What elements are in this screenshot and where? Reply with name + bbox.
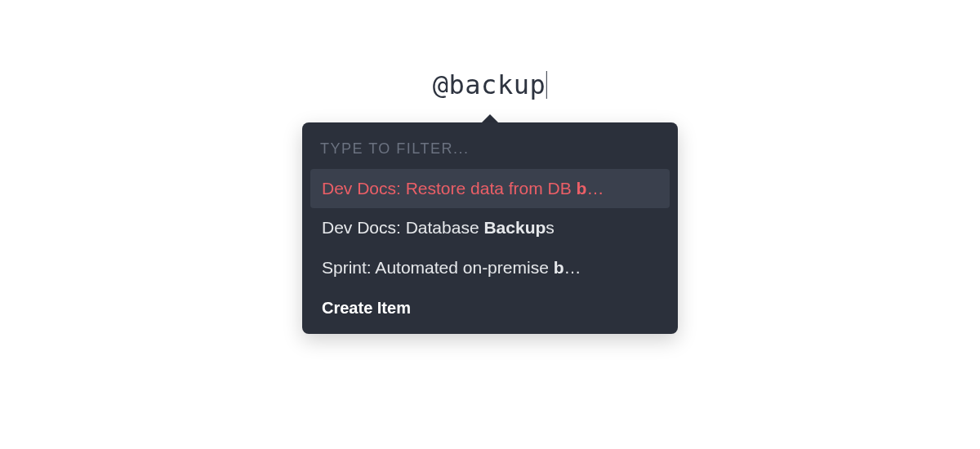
create-item-button[interactable]: Create Item [310, 287, 670, 322]
suggestion-item[interactable]: Dev Docs: Database Backups [310, 208, 670, 247]
mention-prefix: @ [433, 69, 449, 100]
mention-query: backup [449, 69, 546, 100]
suggestion-text-suffix: s [546, 218, 555, 237]
suggestion-text-prefix: Dev Docs: Database [322, 218, 483, 237]
suggestion-text-ellipsis: … [564, 258, 581, 277]
suggestion-item[interactable]: Dev Docs: Restore data from DB b… [310, 169, 670, 208]
popover-body: TYPE TO FILTER... Dev Docs: Restore data… [302, 122, 678, 334]
suggestion-text-match: b [577, 179, 587, 198]
autocomplete-popover: TYPE TO FILTER... Dev Docs: Restore data… [302, 114, 678, 334]
suggestion-text-match: Backup [483, 218, 546, 237]
suggestion-item[interactable]: Sprint: Automated on-premise b… [310, 248, 670, 287]
suggestion-text-prefix: Sprint: Automated on-premise [322, 258, 554, 277]
suggestion-text-ellipsis: … [586, 179, 604, 198]
filter-placeholder: TYPE TO FILTER... [310, 136, 670, 169]
suggestion-text-prefix: Dev Docs: Restore data from DB [322, 179, 577, 198]
mention-input[interactable]: @backup [433, 69, 547, 100]
suggestion-text-match: b [554, 258, 564, 277]
text-caret [546, 71, 547, 99]
popover-arrow-icon [482, 114, 498, 122]
